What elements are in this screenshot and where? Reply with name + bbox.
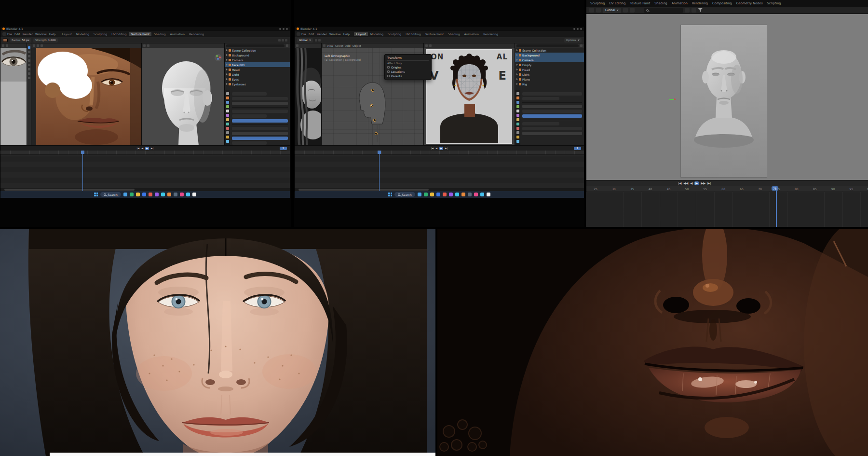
expand-arrow-icon[interactable] [226,83,228,85]
workspace-tab[interactable]: Rendering [481,32,500,36]
properties-tab-icon[interactable] [226,92,229,95]
editor-menu-icon[interactable] [37,44,39,47]
outliner-search-input[interactable] [516,44,579,47]
select-mode-icon[interactable] [596,8,601,13]
workspace-tab[interactable]: Animation [462,32,481,36]
image-select-icon[interactable] [41,44,43,47]
menu-item[interactable]: Window [329,32,341,36]
properties-tab-icon[interactable] [516,136,519,138]
workspace-tab[interactable]: Texture Paint [423,32,446,36]
properties-tab-icon[interactable] [516,110,519,112]
playhead[interactable] [82,151,83,191]
accent-button[interactable] [522,114,582,118]
header-option-icons[interactable] [278,39,287,41]
outliner-item[interactable]: Rig [515,82,584,86]
viewport-menu-item[interactable]: Add [345,44,351,47]
viewport-menu-item[interactable]: Select [335,44,343,47]
workspace-tab[interactable]: Compositing [712,1,732,5]
expand-arrow-icon[interactable] [226,78,228,80]
editor-type-icon[interactable] [323,44,326,47]
workspace-tab[interactable]: Sculpting [386,32,403,36]
filter-icon[interactable] [580,44,583,47]
outliner-item[interactable]: Eyebrows [225,82,290,86]
editor-header[interactable] [295,43,321,48]
taskbar-app-icon[interactable] [123,193,127,196]
expand-arrow-icon[interactable] [226,73,228,75]
menu-item[interactable]: Render [23,32,33,36]
transport-button[interactable]: ▶| [707,182,711,185]
expand-arrow-icon[interactable] [516,59,518,61]
outliner-item[interactable]: Plane [515,77,584,82]
taskbar-app-icon[interactable] [455,193,459,196]
brush-strength-field[interactable]: Strength 1.000 [33,38,58,42]
dope-sheet[interactable] [0,151,290,191]
playhead[interactable] [379,151,380,191]
menu-item[interactable]: File [301,32,306,36]
transport-button[interactable]: |◀ [431,147,434,150]
editor-type-icon[interactable] [143,44,146,47]
properties-tab-icon[interactable] [516,92,519,95]
transport-button[interactable]: ▶| [445,147,448,150]
outliner-item[interactable]: Face.001 [225,62,290,67]
transport-button[interactable]: ▶ [694,181,699,186]
timeline-ruler[interactable] [0,151,290,155]
transport-button[interactable]: ◀ [690,182,692,185]
transport-button[interactable]: ◀ [435,147,437,150]
properties-tab-icon[interactable] [226,123,229,125]
filter-icon[interactable] [286,44,288,47]
properties-tab-icon[interactable] [516,105,519,108]
properties-tab-icon[interactable] [226,127,229,130]
menu-item[interactable]: Edit [14,32,20,36]
properties-tab-icon[interactable] [516,123,519,125]
checkbox-icon[interactable] [387,66,390,69]
taskbar-app-icon[interactable] [180,193,184,196]
viewport-menu-item[interactable]: Object [353,44,361,47]
menu-item[interactable]: Help [343,32,350,36]
workspace-tab[interactable]: Rendering [692,1,708,5]
workspace-tab[interactable]: Sculpting [590,1,605,5]
proportional-edit-icon[interactable] [630,8,635,13]
blender-menu-icon[interactable] [297,32,300,36]
dope-sheet[interactable] [295,151,584,191]
taskbar-app-icon[interactable] [167,193,171,196]
taskbar-app-icon[interactable] [174,193,177,196]
transport-button[interactable]: |◀ [137,147,140,150]
mode-icon[interactable] [589,8,594,13]
window-controls[interactable] [279,28,288,30]
editor-type-icon[interactable] [425,44,428,47]
transport-button[interactable]: |◀ [678,182,681,185]
outliner-item[interactable]: Scene Collection [225,48,290,53]
editor-header[interactable] [0,43,27,48]
viewport-header[interactable] [424,43,515,48]
outliner-item[interactable]: Eyes [225,77,290,82]
outliner-item[interactable]: Empty [515,62,584,67]
accent-button[interactable] [232,137,288,140]
workspace-tab[interactable]: Layout [60,32,73,36]
taskbar-app-icon[interactable] [186,193,190,196]
viewport-3d[interactable] [586,14,868,180]
workspace-tab[interactable]: Modeling [368,32,385,36]
expand-arrow-icon[interactable] [226,69,228,70]
filter-funnel-icon[interactable] [698,8,703,12]
transport-button[interactable]: ▶▶ [701,182,705,185]
workspace-tab[interactable]: UV Editing [404,32,422,36]
snap-icons[interactable] [315,39,321,41]
transport-button[interactable]: ◀◀ [683,182,688,185]
brush-radius-field[interactable]: Radius 50 px [10,38,31,42]
taskbar-app-icon[interactable] [461,193,465,196]
expand-arrow-icon[interactable] [516,54,518,56]
transport-button[interactable]: ◀ [141,147,143,150]
transport-button[interactable]: ▶ [439,147,443,150]
orientation-select[interactable]: Global [603,8,621,13]
outliner-search-input[interactable] [226,44,285,47]
taskbar-app-icon[interactable] [468,193,472,196]
expand-arrow-icon[interactable] [516,83,518,85]
window-controls[interactable] [573,28,582,30]
outliner-item[interactable]: Head [225,67,290,72]
properties-tab-icon[interactable] [226,97,229,99]
search-input[interactable] [644,8,683,13]
taskbar-app-icon[interactable] [142,193,146,196]
properties-tab-icon[interactable] [226,114,229,117]
expand-arrow-icon[interactable] [516,78,518,80]
view-options-icon[interactable] [429,44,432,47]
